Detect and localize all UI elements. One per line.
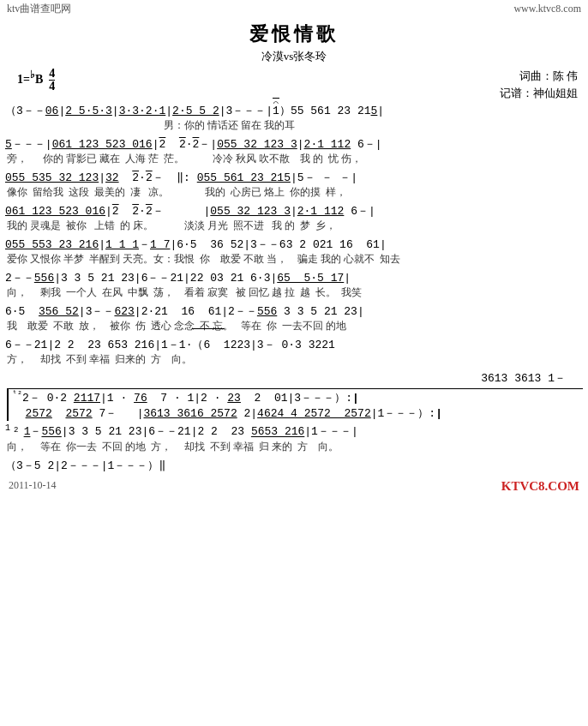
notation-3: 055 535 32 123|32 2·2－ ‖: 055 561 23 215…	[5, 170, 583, 185]
lyrics-8: 方， 却找 不到 幸福 归来的 方 向。	[5, 352, 583, 367]
score-line-9: ᵗ²2－ 0·2 2117|1 · 76 7 · 1|2 · 23 2 01|3…	[7, 388, 583, 421]
lyrics-6: 向， 剩我 一个人 在风 中飘 荡， 看着 寂寞 被 回忆 越 拉 越 长。 我…	[5, 285, 583, 300]
score-line-8: 6－－21|2 2 23 653 216|1－1·（6 1223|3－ 0·3 …	[5, 337, 583, 386]
lyrics-4: 我的 灵魂是 被你 上错 的 床。 淡淡 月光 照不进 我 的 梦 乡，	[5, 219, 583, 233]
notation-4: 061 123 523 016|2 2·2－ |055 32 123 3|2·1…	[5, 203, 583, 219]
notation-2: 5－－－|061 123 523 016|2 2·2－|055 32 123 3…	[5, 136, 583, 152]
footer-date: 2011-10-14	[9, 479, 57, 494]
composer-line2: 记谱：神仙姐姐	[500, 85, 578, 102]
footer-brand: KTVC8.COM	[501, 479, 579, 494]
time-sig: 1=♭B 44	[10, 68, 55, 101]
score-line-11: （3－5 2|2－－－|1－－－）‖	[5, 458, 583, 473]
main-title: 爱恨情歌	[0, 21, 588, 47]
score-line-7: 6·5 356 52|3－－623|2·21 16 61|2－－556 3 3 …	[5, 303, 583, 333]
notation-11: （3－5 2|2－－－|1－－－）‖	[5, 458, 583, 473]
lyrics-10: 向， 等在 你一去 不回 的地 方， 却找 不到 幸福 归 来的 方 向。	[5, 440, 583, 454]
score-line-5: 055 553 23 216|1 1 1－1 7|6·5 36 52|3－－63…	[5, 237, 583, 267]
lyrics-3: 像你 留给我 这段 最美的 凄 凉。 我的 心房已 烙上 你的摸 样，	[5, 185, 583, 200]
lyrics-1: 男：你的 情话还 留在 我的耳	[5, 118, 583, 133]
score-line-1: （3－－06|2 5·5·3|3·3·2·1|2·5 5 2|3－－－|⌒1）5…	[5, 103, 583, 133]
site-right: www.ktvc8.com	[513, 3, 581, 15]
score-line-3: 055 535 32 123|32 2·2－ ‖: 055 561 23 215…	[5, 170, 583, 200]
notation-10: 12 1－556|3 3 5 21 23|6－－21|2 2 23 5653 2…	[5, 423, 583, 439]
notation-5: 055 553 23 216|1 1 1－1 7|6·5 36 52|3－－63…	[5, 237, 583, 252]
lyrics-5: 爱你 又恨你 半梦 半醒到 天亮。女：我恨 你 敢爱 不敢 当， 骗走 我的 心…	[5, 252, 583, 267]
content-area: （3－－06|2 5·5·3|3·3·2·1|2·5 5 2|3－－－|⌒1）5…	[0, 103, 588, 473]
score-line-10: 12 1－556|3 3 5 21 23|6－－21|2 2 23 5653 2…	[5, 423, 583, 453]
sub-title: 冷漠vs张冬玲	[0, 49, 588, 64]
notation-8: 6－－21|2 2 23 653 216|1－1·（6 1223|3－ 0·3 …	[5, 337, 583, 352]
lyrics-2: 旁， 你的 背影已 藏在 人海 茫 茫。 冷冷 秋风 吹不散 我 的 忧 伤，	[5, 152, 583, 166]
notation-9b: 2572 2572 7－ |3613 3616 2572 2|4624 4 25…	[12, 405, 583, 421]
site-left: ktv曲谱查吧网	[7, 2, 71, 16]
notation-1: （3－－06|2 5·5·3|3·3·2·1|2·5 5 2|3－－－|⌒1）5…	[5, 103, 583, 118]
notation-7: 6·5 356 52|3－－623|2·21 16 61|2－－556 3 3 …	[5, 303, 583, 319]
score-line-6: 2－－556|3 3 5 21 23|6－－21|22 03 21 6·3|65…	[5, 270, 583, 300]
notation-8b: 3613 3613 1－	[5, 370, 583, 386]
info-section: 1=♭B 44 词曲：陈 伟 记谱：神仙姐姐	[0, 66, 588, 103]
notation-6: 2－－556|3 3 5 21 23|6－－21|22 03 21 6·3|65…	[5, 270, 583, 285]
composer-line1: 词曲：陈 伟	[500, 68, 578, 85]
footer: 2011-10-14 KTVC8.COM	[0, 476, 588, 497]
composer-info: 词曲：陈 伟 记谱：神仙姐姐	[500, 68, 578, 101]
notation-9: ᵗ²2－ 0·2 2117|1 · 76 7 · 1|2 · 23 2 01|3…	[12, 389, 583, 405]
lyrics-7: 我 敢爱 不敢 放， 被你 伤 透心 念念 不 忘。 等在 你 一去不回 的地	[5, 319, 583, 333]
score-line-2: 5－－－|061 123 523 016|2 2·2－|055 32 123 3…	[5, 136, 583, 166]
header-bar: ktv曲谱查吧网 www.ktvc8.com	[0, 0, 588, 18]
score-line-4: 061 123 523 016|2 2·2－ |055 32 123 3|2·1…	[5, 203, 583, 233]
title-section: 爱恨情歌 冷漠vs张冬玲	[0, 21, 588, 64]
